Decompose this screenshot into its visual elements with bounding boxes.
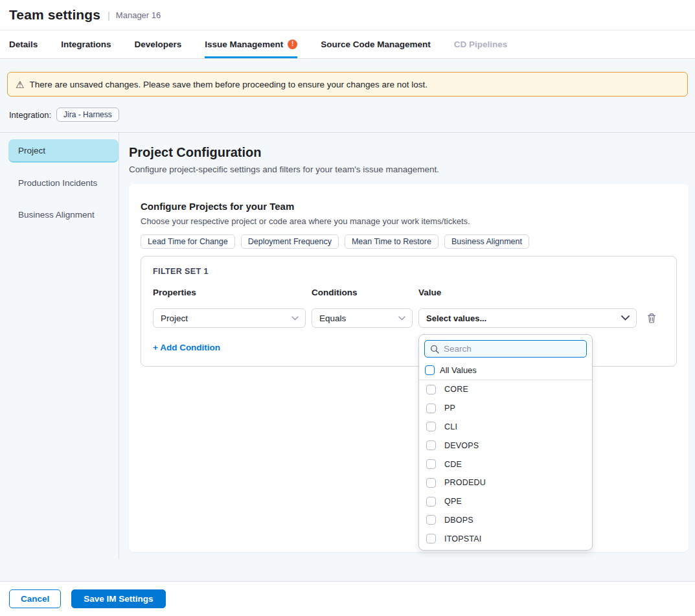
metric-chips: Lead Time for Change Deployment Frequenc… bbox=[141, 234, 677, 249]
main-pane: Project Configuration Configure project-… bbox=[119, 133, 695, 559]
chevron-down-icon bbox=[398, 316, 405, 321]
save-im-settings-button[interactable]: Save IM Settings bbox=[71, 589, 165, 608]
tab-bar: Details Integrations Developers Issue Ma… bbox=[0, 30, 695, 59]
property-select-value: Project bbox=[161, 314, 188, 323]
sidebar-item-label: Production Incidents bbox=[18, 178, 97, 188]
option-checkbox[interactable] bbox=[426, 478, 436, 488]
tab-source-code-management[interactable]: Source Code Management bbox=[321, 30, 431, 58]
alert-badge-icon: ! bbox=[288, 40, 297, 49]
option-label: QPE bbox=[444, 497, 462, 506]
option-checkbox[interactable] bbox=[426, 404, 436, 413]
column-header-properties: Properties bbox=[153, 288, 306, 297]
chip-deployment-frequency[interactable]: Deployment Frequency bbox=[241, 234, 339, 249]
dropdown-search bbox=[424, 340, 587, 358]
option-label: PRODEDU bbox=[444, 478, 486, 487]
dropdown-option-cde[interactable]: CDE bbox=[419, 455, 592, 473]
card-title: Configure Projects for your Team bbox=[141, 201, 677, 212]
dropdown-option-prodedu[interactable]: PRODEDU bbox=[419, 473, 592, 492]
option-checkbox[interactable] bbox=[426, 422, 436, 431]
all-values-checkbox[interactable] bbox=[425, 365, 435, 375]
chevron-down-icon bbox=[291, 316, 299, 321]
all-values-option[interactable]: All Values bbox=[419, 363, 592, 380]
tab-label: CD Pipelines bbox=[454, 40, 508, 49]
value-cell: Select values... bbox=[418, 308, 637, 328]
tab-details[interactable]: Details bbox=[9, 30, 38, 58]
configure-projects-card: Configure Projects for your Team Choose … bbox=[129, 184, 689, 552]
integration-row: Integration: Jira - Harness bbox=[9, 108, 695, 122]
option-label: CDE bbox=[444, 460, 462, 469]
option-label: DBOPS bbox=[444, 516, 473, 525]
search-icon bbox=[430, 345, 439, 354]
tab-label: Details bbox=[9, 40, 38, 49]
tab-developers[interactable]: Developers bbox=[135, 30, 182, 58]
tab-label: Developers bbox=[135, 40, 182, 49]
dropdown-option-devops[interactable]: DEVOPS bbox=[419, 436, 592, 455]
chip-business-alignment[interactable]: Business Alignment bbox=[444, 234, 529, 249]
sidebar-item-label: Project bbox=[18, 146, 45, 155]
condition-select[interactable]: Equals bbox=[312, 308, 413, 328]
option-checkbox[interactable] bbox=[426, 497, 436, 507]
sidebar-item-project[interactable]: Project bbox=[8, 139, 119, 163]
tab-label: Integrations bbox=[61, 40, 111, 49]
dropdown-option-itopstai[interactable]: ITOPSTAI bbox=[419, 529, 592, 548]
tab-label: Issue Management bbox=[205, 40, 283, 49]
title-separator: | bbox=[108, 10, 110, 21]
value-dropdown: All Values CORE PP bbox=[418, 334, 593, 551]
dropdown-option-core[interactable]: CORE bbox=[419, 380, 592, 399]
option-checkbox[interactable] bbox=[426, 459, 436, 469]
content-split: Project Production Incidents Business Al… bbox=[0, 132, 695, 559]
content-area: ⚠ There are unsaved changes. Please save… bbox=[0, 60, 695, 581]
integration-label: Integration: bbox=[9, 110, 51, 120]
dropdown-option-qpe[interactable]: QPE bbox=[419, 492, 592, 511]
sidebar-item-business-alignment[interactable]: Business Alignment bbox=[8, 203, 119, 226]
sidebar-item-production-incidents[interactable]: Production Incidents bbox=[8, 171, 119, 194]
option-label: CLI bbox=[444, 422, 457, 431]
option-label: ITOPSTAI bbox=[444, 534, 481, 543]
option-checkbox[interactable] bbox=[426, 440, 436, 450]
tab-issue-management[interactable]: Issue Management ! bbox=[205, 30, 297, 58]
settings-sidebar: Project Production Incidents Business Al… bbox=[0, 133, 119, 559]
option-checkbox[interactable] bbox=[426, 385, 436, 394]
delete-condition-button[interactable] bbox=[643, 309, 661, 327]
chip-mean-time-to-restore[interactable]: Mean Time to Restore bbox=[345, 234, 439, 249]
section-title: Project Configuration bbox=[129, 145, 689, 160]
filter-column-headers: Properties Conditions Value bbox=[153, 288, 665, 297]
value-select-placeholder: Select values... bbox=[426, 314, 486, 323]
tab-cd-pipelines: CD Pipelines bbox=[454, 30, 508, 58]
property-select[interactable]: Project bbox=[153, 308, 306, 328]
add-condition-button[interactable]: + Add Condition bbox=[153, 343, 220, 352]
option-label: DEVOPS bbox=[444, 441, 479, 450]
dropdown-option-dbops[interactable]: DBOPS bbox=[419, 511, 592, 530]
banner-text: There are unsaved changes. Please save t… bbox=[29, 80, 427, 89]
option-label: PP bbox=[444, 404, 455, 413]
warning-triangle-icon: ⚠ bbox=[16, 80, 24, 89]
cancel-button[interactable]: Cancel bbox=[9, 589, 61, 608]
search-input[interactable] bbox=[444, 344, 581, 354]
page-header: Team settings | Manager 16 bbox=[0, 0, 695, 30]
card-subtitle: Choose your respective project or code a… bbox=[141, 216, 677, 226]
section-subtitle: Configure project-specific settings and … bbox=[129, 165, 689, 174]
option-checkbox[interactable] bbox=[426, 534, 436, 543]
chip-lead-time-for-change[interactable]: Lead Time for Change bbox=[141, 234, 235, 249]
option-label: CORE bbox=[444, 385, 468, 394]
page-subtitle: Manager 16 bbox=[116, 10, 161, 20]
column-header-value: Value bbox=[418, 288, 637, 297]
all-values-label: All Values bbox=[440, 365, 477, 375]
unsaved-changes-banner: ⚠ There are unsaved changes. Please save… bbox=[7, 72, 688, 97]
dropdown-option-pp[interactable]: PP bbox=[419, 399, 592, 418]
filter-set-title: FILTER SET 1 bbox=[153, 267, 665, 276]
filter-set-1: FILTER SET 1 Properties Conditions Value… bbox=[141, 256, 677, 367]
chevron-down-icon bbox=[621, 315, 630, 321]
footer-bar: Cancel Save IM Settings bbox=[0, 581, 695, 616]
trash-icon bbox=[646, 313, 657, 324]
dropdown-option-pipe[interactable]: PIPE bbox=[419, 548, 592, 551]
value-multiselect[interactable]: Select values... bbox=[418, 308, 637, 328]
option-checkbox[interactable] bbox=[426, 515, 436, 525]
sidebar-item-label: Business Alignment bbox=[18, 210, 95, 220]
dropdown-option-cli[interactable]: CLI bbox=[419, 418, 592, 437]
integration-chip[interactable]: Jira - Harness bbox=[56, 108, 119, 122]
team-settings-page: Team settings | Manager 16 Details Integ… bbox=[0, 0, 695, 616]
column-header-conditions: Conditions bbox=[312, 288, 413, 297]
filter-condition-row: Project Equals bbox=[153, 308, 665, 328]
tab-integrations[interactable]: Integrations bbox=[61, 30, 111, 58]
